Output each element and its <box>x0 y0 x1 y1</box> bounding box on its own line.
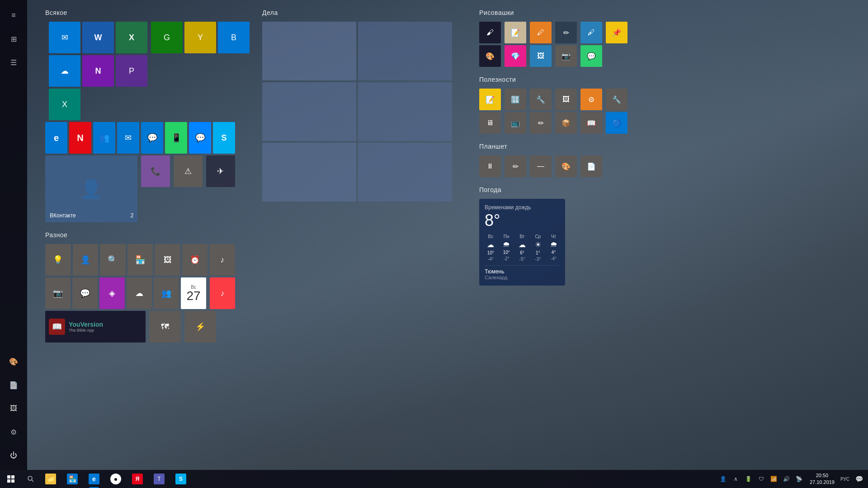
shield-icon[interactable]: 🛡 <box>755 470 767 488</box>
onenote-tile[interactable]: N <box>82 55 114 87</box>
messenger-tile[interactable]: 💬 <box>189 122 211 154</box>
edit-tile[interactable]: ✏ <box>530 112 552 134</box>
wifi-icon[interactable]: 📡 <box>793 470 805 488</box>
feedback-tile[interactable]: 💬 <box>141 122 163 154</box>
hamburger-menu-button[interactable]: ≡ <box>3 5 24 26</box>
browser-ext-tile[interactable]: 🔧 <box>530 89 552 110</box>
weather-widget[interactable]: Временами дождь 8° Вс ☁ 10° -4° Пн 🌧 10°… <box>479 199 565 286</box>
chat2-tile[interactable]: 💬 <box>72 277 98 309</box>
dela-tile-0[interactable] <box>262 22 356 80</box>
file-button[interactable]: 📄 <box>3 374 24 396</box>
contacts3-tile[interactable]: 👥 <box>154 277 179 309</box>
explorer-taskbar-button[interactable]: 📁 <box>40 470 61 488</box>
blue2-tile[interactable]: B <box>218 22 250 53</box>
notification-button[interactable]: 💬 <box>852 470 866 488</box>
power-button[interactable]: ⏻ <box>3 445 24 466</box>
people-tile[interactable]: 👥 <box>93 122 115 154</box>
camera-tile[interactable]: 📷 <box>45 277 71 309</box>
search2-tile[interactable]: 🔍 <box>100 244 126 276</box>
battery-icon[interactable]: 🔋 <box>743 470 755 488</box>
pink-app-tile[interactable]: ◈ <box>99 277 125 309</box>
pl2-tile[interactable]: ✏ <box>505 155 526 177</box>
alarm-tile[interactable]: ⏰ <box>182 244 208 276</box>
word-tile[interactable]: W <box>82 22 114 53</box>
draw1-tile[interactable]: 🖌 <box>479 22 501 43</box>
draw3-tile[interactable]: 🖊 <box>530 22 552 43</box>
green-tile[interactable]: G <box>151 22 183 53</box>
store-taskbar-button[interactable]: 🏪 <box>61 470 83 488</box>
start-button[interactable] <box>0 470 22 488</box>
photos-tile[interactable]: 🖼 <box>155 244 180 276</box>
note-tile[interactable]: 📝 <box>479 89 501 110</box>
skype-tile[interactable]: S <box>213 122 235 154</box>
lang-indicator[interactable]: РУС <box>839 470 851 488</box>
network-icon[interactable]: 📶 <box>768 470 780 488</box>
map-tile[interactable]: 🗺 <box>149 311 181 343</box>
taskbar-time-display[interactable]: 20:50 27.10.2019 <box>806 470 838 488</box>
teams-taskbar-button[interactable]: T <box>148 470 170 488</box>
outlook-tile[interactable]: ✉ <box>49 22 80 53</box>
yellow-tile[interactable]: Y <box>184 22 216 53</box>
draw5-tile[interactable]: 🖋 <box>580 22 602 43</box>
draw4-tile[interactable]: ✏ <box>555 22 577 43</box>
draw7-tile[interactable]: 🎨 <box>479 45 501 67</box>
list-view-button[interactable]: ☰ <box>3 52 24 73</box>
lightbulb-tile[interactable]: 💡 <box>45 244 71 276</box>
remote2-tile[interactable]: 📺 <box>505 112 526 134</box>
alert-tile[interactable]: ⚠ <box>174 155 203 187</box>
orange-tool-tile[interactable]: ⚙ <box>580 89 602 110</box>
dela-tile-2[interactable] <box>262 82 356 141</box>
documents-button[interactable]: 🎨 <box>3 351 24 372</box>
whatsapp-tile[interactable]: 📱 <box>165 122 187 154</box>
music-tile[interactable]: ♪ <box>209 244 235 276</box>
3d-tile[interactable]: 📦 <box>555 112 577 134</box>
netflix-tile[interactable]: N <box>69 122 91 154</box>
chrome-taskbar-button[interactable]: ● <box>105 470 127 488</box>
plane-tile[interactable]: ✈ <box>206 155 235 187</box>
volume-icon[interactable]: 🔊 <box>781 470 793 488</box>
photos-nav-button[interactable]: 🖼 <box>3 398 24 419</box>
dela-tile-5[interactable] <box>358 143 452 202</box>
draw8-tile[interactable]: 💎 <box>505 45 526 67</box>
pl1-tile[interactable]: ⏸ <box>479 155 501 177</box>
dela-tile-1[interactable] <box>358 22 452 80</box>
person-icon[interactable]: 👤 <box>717 470 729 488</box>
chevron-up-icon[interactable]: ∧ <box>730 470 742 488</box>
calendar-tile[interactable]: Вс 27 <box>181 277 206 309</box>
edge-taskbar-button[interactable]: e <box>83 470 105 488</box>
search-taskbar-button[interactable] <box>22 470 40 488</box>
pl5-tile[interactable]: 📄 <box>580 155 602 177</box>
vk-tile[interactable]: 👤 ВКонтакте 2 <box>45 155 137 222</box>
itunes-tile[interactable]: ♪ <box>210 277 235 309</box>
pl4-tile[interactable]: 🎨 <box>555 155 577 177</box>
contacts2-tile[interactable]: 👤 <box>73 244 99 276</box>
dela-tile-3[interactable] <box>358 82 452 141</box>
draw9-tile[interactable]: 🖼 <box>530 45 552 67</box>
onedrive-tile[interactable]: ☁ <box>49 55 80 87</box>
exchange-tile[interactable]: X <box>49 89 80 120</box>
speed-tile[interactable]: ⚡ <box>184 311 216 343</box>
draw2-tile[interactable]: 📝 <box>505 22 526 43</box>
dela-tile-4[interactable] <box>262 143 356 202</box>
wrench-tile[interactable]: 🔧 <box>606 89 627 110</box>
blue-app-tile[interactable]: 🔵 <box>606 112 627 134</box>
remote-tile[interactable]: 🖥 <box>479 112 501 134</box>
youversion-tile[interactable]: 📖 YouVersion The Bible App <box>45 311 146 343</box>
pl3-tile[interactable]: — <box>530 155 552 177</box>
excel-tile[interactable]: X <box>116 22 147 53</box>
draw11-tile[interactable]: 💬 <box>580 45 602 67</box>
draw6-tile[interactable]: 📌 <box>606 22 627 43</box>
image-view-tile[interactable]: 🖼 <box>555 89 577 110</box>
draw10-tile[interactable]: 📷 <box>555 45 577 67</box>
edge-tile[interactable]: e <box>45 122 67 154</box>
yandex-taskbar-button[interactable]: Я <box>127 470 148 488</box>
store-tile[interactable]: 🏪 <box>127 244 153 276</box>
grid-view-button[interactable]: ⊞ <box>3 28 24 50</box>
calc-tile[interactable]: 🔢 <box>505 89 526 110</box>
viber-tile[interactable]: 📞 <box>141 155 170 187</box>
onedrive2-tile[interactable]: ☁ <box>127 277 152 309</box>
purple-tile[interactable]: P <box>116 55 147 87</box>
reader-tile[interactable]: 📖 <box>580 112 602 134</box>
settings-nav-button[interactable]: ⚙ <box>3 421 24 443</box>
mail-tile[interactable]: ✉ <box>117 122 139 154</box>
